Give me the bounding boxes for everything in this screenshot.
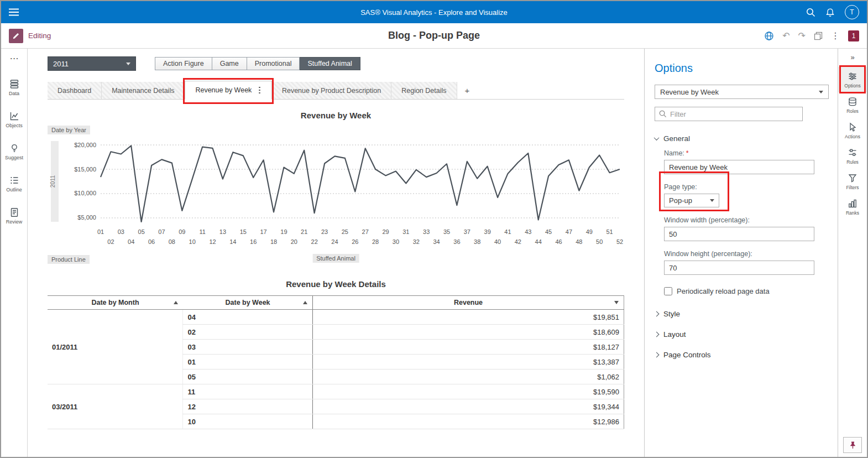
svg-text:31: 31 (402, 228, 409, 235)
svg-text:40: 40 (494, 238, 501, 245)
svg-text:26: 26 (352, 238, 358, 245)
svg-text:45: 45 (545, 228, 552, 235)
options-icon (848, 71, 857, 81)
svg-text:24: 24 (331, 238, 338, 245)
column-header-label: Revenue (454, 299, 483, 306)
section-layout[interactable]: Layout (655, 330, 829, 339)
notifications-bell-icon[interactable] (825, 8, 835, 17)
page-title: Blog - Pop-up Page (1, 30, 867, 41)
tab-dashboard[interactable]: Dashboard (48, 82, 102, 99)
filters-icon (848, 173, 857, 183)
rail-item-roles[interactable]: Roles (838, 92, 867, 118)
undo-icon[interactable]: ↶ (782, 32, 789, 40)
page-type-dropdown[interactable]: Pop-up (664, 194, 719, 207)
svg-text:47: 47 (566, 228, 572, 235)
week-cell: 02 (183, 325, 313, 340)
more-options-kebab-icon[interactable]: ⋮ (831, 32, 840, 40)
week-cell: 03 (183, 340, 313, 355)
svg-text:42: 42 (515, 238, 521, 245)
sidebar-item-data[interactable]: Data (5, 71, 23, 103)
rail-item-filters[interactable]: Filters (838, 169, 867, 194)
revenue-cell: $18,127 (313, 340, 624, 355)
revenue-cell: $12,986 (313, 414, 624, 429)
options-panel: Options Revenue by Week General Name:* P (644, 49, 838, 457)
category-button-action-figure[interactable]: Action Figure (155, 57, 212, 70)
right-icon-rail: » OptionsRolesActionsRulesFiltersRanks (838, 49, 867, 457)
category-button-promotional[interactable]: Promotional (247, 57, 300, 70)
svg-text:01: 01 (97, 228, 104, 235)
svg-text:$20,000: $20,000 (74, 142, 96, 148)
top-app-bar: SAS® Visual Analytics - Explore and Visu… (1, 1, 867, 23)
section-general[interactable]: General (655, 134, 829, 143)
alert-count-badge[interactable]: 1 (848, 30, 859, 41)
pin-panel-button[interactable] (843, 437, 862, 453)
name-input[interactable] (664, 160, 814, 174)
tab-revenue-by-week[interactable]: Revenue by Week (185, 81, 272, 100)
section-page-controls[interactable]: Page Controls (655, 351, 829, 359)
rail-item-actions[interactable]: Actions (838, 118, 867, 143)
object-selector-dropdown[interactable]: Revenue by Week (655, 85, 829, 99)
rail-item-options[interactable]: Options (838, 67, 867, 92)
column-header-date-by-week[interactable]: Date by Week (183, 296, 313, 310)
reload-checkbox[interactable] (664, 287, 672, 295)
svg-text:$5,000: $5,000 (77, 214, 96, 221)
column-header-date-by-month[interactable]: Date by Month (48, 296, 183, 310)
svg-text:35: 35 (443, 228, 450, 235)
revenue-chart-object[interactable]: Revenue by Week Date by Year 2011$5,000$… (48, 111, 624, 265)
copy-page-icon[interactable] (814, 32, 823, 40)
reload-checkbox-row: Periodically reload page data (664, 287, 829, 295)
rail-item-label: Options (844, 83, 860, 89)
section-style[interactable]: Style (655, 310, 829, 318)
objects-icon (9, 111, 19, 121)
sidebar-item-review[interactable]: Review (5, 200, 23, 232)
week-cell: 11 (183, 384, 313, 399)
column-header-revenue[interactable]: Revenue (313, 296, 624, 310)
window-height-input[interactable] (664, 261, 814, 275)
tab-region-details[interactable]: Region Details (391, 82, 457, 99)
window-width-input[interactable] (664, 227, 814, 241)
filter-input[interactable] (670, 110, 798, 118)
svg-text:52: 52 (616, 238, 623, 245)
svg-text:14: 14 (229, 238, 236, 245)
svg-text:27: 27 (362, 228, 369, 235)
user-avatar[interactable]: T (845, 5, 859, 19)
redo-icon[interactable]: ↷ (798, 32, 806, 40)
chevron-right-icon (654, 332, 660, 337)
revenue-line-chart[interactable]: 2011$5,000$10,000$15,000$20,000010203040… (48, 134, 624, 251)
category-button-game[interactable]: Game (212, 57, 247, 70)
sidebar-more-icon[interactable]: ⋯ (10, 53, 19, 64)
sidebar-item-objects[interactable]: Objects (5, 103, 23, 136)
category-button-stuffed-animal[interactable]: Stuffed Animal (300, 57, 360, 70)
year-dropdown[interactable]: 2011 (48, 56, 136, 71)
globe-share-icon[interactable] (764, 31, 774, 41)
rail-item-ranks[interactable]: Ranks (838, 194, 867, 220)
collapse-panel-icon[interactable]: » (850, 53, 854, 61)
ranks-icon (848, 199, 857, 209)
sort-ascending-icon (303, 301, 307, 304)
chart-title: Revenue by Week (48, 111, 624, 120)
svg-text:30: 30 (393, 238, 399, 245)
add-page-tab-button[interactable]: + (457, 82, 478, 99)
page-type-field: Page type: Pop-up (664, 175, 719, 207)
name-label: Name:* (664, 149, 829, 157)
svg-text:32: 32 (413, 238, 420, 245)
revenue-table-object[interactable]: Revenue by Week Details Date by MonthDat… (48, 279, 624, 429)
svg-text:39: 39 (484, 228, 491, 235)
rail-item-label: Rules (846, 159, 859, 165)
section-label: Page Controls (663, 351, 711, 359)
sidebar-item-outline[interactable]: Outline (5, 168, 23, 200)
date-by-year-badge: Date by Year (48, 126, 90, 134)
chevron-down-icon (654, 135, 660, 140)
column-header-label: Date by Month (91, 299, 139, 306)
search-icon[interactable] (806, 8, 815, 17)
sidebar-item-suggest[interactable]: Suggest (5, 136, 23, 168)
tab-menu-icon[interactable] (258, 86, 262, 95)
data-icon (9, 79, 19, 89)
column-header-label: Date by Week (225, 299, 270, 306)
week-cell: 10 (183, 414, 313, 429)
rail-item-rules[interactable]: Rules (838, 143, 867, 169)
left-sidebar: ⋯ DataObjectsSuggestOutlineReview (1, 49, 28, 457)
chevron-right-icon (654, 311, 660, 317)
tab-revenue-by-product-description[interactable]: Revenue by Product Description (272, 82, 391, 99)
tab-maintenance-details[interactable]: Maintenance Details (102, 82, 185, 99)
